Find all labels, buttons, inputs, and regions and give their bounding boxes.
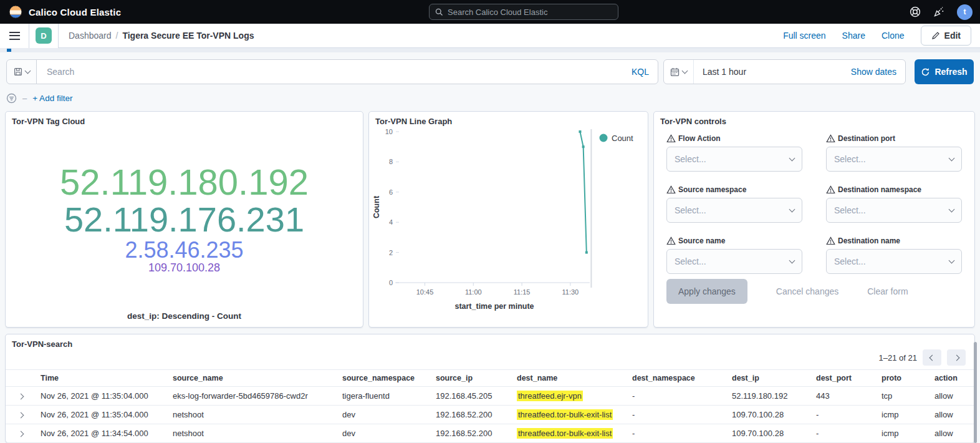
user-avatar[interactable]: t [957,4,973,20]
table-cell: - [811,424,877,443]
show-dates-button[interactable]: Show dates [851,67,896,77]
line-chart-svg: 024681010:4511:0011:1511:30Countstart_ti… [370,125,649,320]
previous-page-button[interactable] [923,349,941,366]
elastic-logo-icon[interactable] [9,5,22,19]
expand-row-icon[interactable] [17,412,24,419]
menu-button[interactable] [0,24,29,48]
table-cell: - [627,424,727,443]
newsfeed-icon[interactable] [933,6,944,17]
tag-cloud-term[interactable]: 2.58.46.235 [125,238,243,262]
table-cell: 192.168.52.200 [431,424,512,443]
global-search-input[interactable]: Search Calico Cloud Elastic [429,4,618,20]
table-cell: Nov 26, 2021 @ 11:35:04.000 [36,387,168,406]
app-title: Calico Cloud Elastic [29,7,121,17]
warning-icon [666,134,676,143]
nav-bar: D Dashboard / Tigera Secure EE Tor-VPN L… [0,24,980,48]
panel-line-graph: Tor-VPN Line Graph 024681010:4511:0011:1… [368,111,648,328]
cancel-changes-button[interactable]: Cancel changes [776,286,838,296]
loading-indicator-thumb [7,49,11,52]
chevron-down-icon [682,67,688,74]
table-cell: 443 [811,387,877,406]
warning-icon [666,236,676,245]
share-button[interactable]: Share [842,31,865,41]
source-name-select[interactable]: Select... [666,249,802,274]
table-cell: dev [337,406,431,424]
next-page-button[interactable] [947,349,966,366]
chevron-right-icon [953,354,959,361]
warning-icon [826,236,835,245]
panel-search-table: Tor-VPN-search 1–21 of 21 Timesource_nam… [5,334,975,443]
destination-namespace-select[interactable]: Select... [826,198,962,223]
search-input[interactable]: Search KQL [36,59,658,84]
global-search-placeholder: Search Calico Cloud Elastic [448,7,547,17]
panel-controls: Tor-VPN controls Flow Action Select... D… [653,111,975,328]
table-cell: allow [930,424,974,443]
clear-form-button[interactable]: Clear form [867,286,908,296]
tag-cloud-term[interactable]: 52.119.176.231 [64,201,304,238]
table-cell: 52.119.180.192 [727,387,811,406]
kql-language-button[interactable]: KQL [632,67,649,77]
edit-button[interactable]: Edit [921,26,971,46]
panel-title: Tor-VPN controls [660,117,726,126]
tag-cloud-term[interactable]: 109.70.100.28 [148,262,220,274]
search-placeholder: Search [37,67,74,77]
time-range-value[interactable]: Last 1 hour [703,67,746,77]
destination-port-select[interactable]: Select... [826,147,962,172]
chevron-down-icon [789,155,795,161]
saved-query-icon [14,67,22,76]
filter-dash: – [22,94,27,103]
svg-text:10:45: 10:45 [416,288,434,296]
full-screen-button[interactable]: Full screen [783,31,825,41]
table-cell: 192.168.52.200 [431,406,512,424]
table-row: Nov 26, 2021 @ 11:35:04.000eks-log-forwa… [6,387,974,406]
calendar-icon [670,67,680,77]
table-cell: netshoot [168,406,337,424]
refresh-button[interactable]: Refresh [915,59,974,84]
apply-changes-button[interactable]: Apply changes [666,279,747,304]
breadcrumb-dashboard-link[interactable]: Dashboard [69,31,112,41]
svg-text:11:15: 11:15 [514,288,531,296]
table-cell: 109.70.100.28 [727,424,811,443]
svg-text:Count: Count [372,195,381,218]
column-header: source_name [168,370,337,387]
results-table: Timesource_namesource_namespacesource_ip… [6,369,974,443]
chevron-down-icon [949,155,955,161]
pencil-icon [931,31,940,40]
clone-button[interactable]: Clone [882,31,905,41]
column-header: source_namespace [337,370,431,387]
vertical-scrollbar-thumb[interactable] [974,342,977,443]
table-cell: tcp [877,387,930,406]
control-source-namespace: Source namespace Select... [666,185,802,223]
warning-icon [666,185,676,194]
panel-tag-cloud: Tor-VPN Tag Cloud 52.119.180.19252.119.1… [5,111,363,328]
svg-text:0: 0 [389,279,393,286]
table-cell: threatfeed.tor-bulk-exit-list [512,406,627,424]
column-header: dest_name [512,370,627,387]
table-cell: netshoot [168,424,337,443]
column-header: dest_namespace [627,370,727,387]
column-header: Time [36,370,168,387]
destination-name-select[interactable]: Select... [826,249,962,274]
table-cell: eks-log-forwarder-5bd4659786-cwd2r [168,387,337,406]
table-row: Nov 26, 2021 @ 11:34:54.000netshootdev19… [6,424,974,443]
svg-text:Count: Count [612,134,633,143]
breadcrumb-separator: / [116,31,118,41]
help-icon[interactable] [910,6,921,17]
svg-text:11:00: 11:00 [465,288,482,296]
table-cell: 109.70.100.28 [727,406,811,424]
expand-row-icon[interactable] [17,431,24,437]
add-filter-button[interactable]: + Add filter [32,94,72,103]
space-switcher[interactable]: D [29,24,59,48]
time-picker-quick-menu[interactable] [664,60,694,84]
column-header: action [930,370,974,387]
tag-cloud-term[interactable]: 52.119.180.192 [60,163,309,201]
source-namespace-select[interactable]: Select... [666,198,802,223]
filter-menu-icon[interactable] [6,93,17,104]
saved-query-menu-button[interactable] [6,59,37,84]
column-header: dest_port [811,370,877,387]
expand-row-icon[interactable] [17,394,24,400]
table-cell: allow [930,387,974,406]
flow-action-select[interactable]: Select... [666,147,802,172]
pagination-label: 1–21 of 21 [879,353,917,363]
column-header: proto [877,370,930,387]
